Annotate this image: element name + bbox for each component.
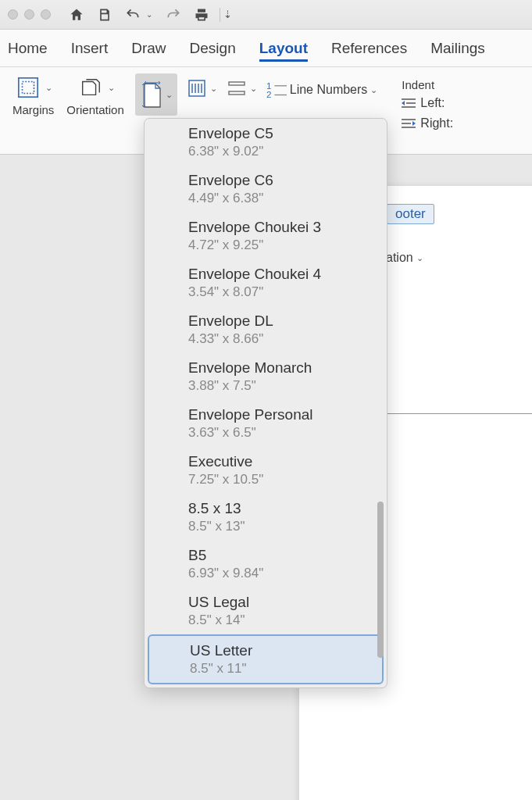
size-option-name: US Legal xyxy=(188,594,379,611)
line-numbers-label: Line Numbers xyxy=(290,83,368,97)
svg-text:2: 2 xyxy=(266,89,272,99)
size-option-dims: 4.72" x 9.25" xyxy=(188,238,379,253)
size-option-dims: 7.25" x 10.5" xyxy=(188,472,379,488)
size-option[interactable]: Envelope DL4.33" x 8.66" xyxy=(145,306,387,353)
tab-mailings[interactable]: Mailings xyxy=(430,32,485,65)
size-option[interactable]: Executive7.25" x 10.5" xyxy=(145,447,387,494)
size-option-dims: 4.33" x 8.66" xyxy=(188,331,379,347)
indent-title: Indent xyxy=(402,78,453,91)
size-option-dims: 8.5" x 14" xyxy=(188,612,379,628)
margins-icon xyxy=(14,73,42,102)
indent-left-icon xyxy=(402,98,416,109)
size-option[interactable]: Envelope Monarch3.88" x 7.5" xyxy=(145,353,387,400)
size-option[interactable]: Envelope Choukei 43.54" x 8.07" xyxy=(145,259,387,306)
chevron-down-icon: ⌄ xyxy=(250,84,257,94)
chevron-down-icon: ⌄ xyxy=(45,83,52,93)
chevron-down-icon: ⌄ xyxy=(108,83,115,93)
size-option-name: Envelope Monarch xyxy=(188,359,379,377)
columns-icon xyxy=(187,78,207,98)
print-icon[interactable] xyxy=(193,6,210,23)
size-option-name: Envelope C6 xyxy=(188,172,379,189)
size-option-dims: 8.5" x 11" xyxy=(190,661,374,677)
size-option-dims: 3.88" x 7.5" xyxy=(188,378,379,394)
tab-insert[interactable]: Insert xyxy=(71,32,109,65)
footer-badge-partial[interactable]: ooter xyxy=(387,204,434,224)
ribbon-tabs: Home Insert Draw Design Layout Reference… xyxy=(0,30,532,67)
undo-dropdown-icon[interactable]: ⌄ xyxy=(146,10,154,19)
tab-design[interactable]: Design xyxy=(190,32,236,65)
size-option[interactable]: Envelope C56.38" x 9.02" xyxy=(145,119,387,166)
size-option-dims: 8.5" x 13" xyxy=(188,519,379,534)
size-option-name: Envelope DL xyxy=(188,312,379,330)
size-button[interactable]: ⌄ xyxy=(130,73,182,116)
size-dropdown: Envelope C56.38" x 9.02"Envelope C64.49"… xyxy=(144,118,387,688)
size-option-name: Envelope C5 xyxy=(188,125,379,142)
indent-right-label: Right: xyxy=(420,116,453,130)
indent-right-icon xyxy=(402,118,416,129)
line-numbers-icon: 12 xyxy=(266,80,287,100)
size-option[interactable]: US Legal8.5" x 14" xyxy=(145,588,387,634)
chevron-down-icon: ⌄ xyxy=(210,84,217,94)
size-option-name: US Letter xyxy=(190,642,374,659)
hyphenation-button-partial[interactable]: ation ⌄ xyxy=(386,251,423,265)
quick-access-customize-icon[interactable]: ⇣ xyxy=(223,9,231,20)
tab-home[interactable]: Home xyxy=(8,32,48,65)
chevron-down-icon: ⌄ xyxy=(416,253,423,263)
save-icon[interactable] xyxy=(96,6,113,23)
svg-rect-1 xyxy=(23,82,34,94)
svg-rect-8 xyxy=(229,91,245,95)
columns-button[interactable]: ⌄ xyxy=(182,75,222,102)
margins-label: Margins xyxy=(12,103,54,116)
size-option[interactable]: 8.5 x 138.5" x 13" xyxy=(145,494,387,541)
size-option-name: Envelope Choukei 3 xyxy=(188,219,379,236)
margins-button[interactable]: ⌄ Margins xyxy=(6,73,60,116)
size-option-name: Executive xyxy=(188,453,379,470)
indent-left-row[interactable]: Left: xyxy=(402,96,453,110)
size-option-dims: 3.54" x 8.07" xyxy=(188,284,379,300)
indent-right-row[interactable]: Right: xyxy=(402,116,453,130)
minimize-window-button[interactable] xyxy=(24,9,34,20)
size-option-name: B5 xyxy=(188,547,379,564)
orientation-label: Orientation xyxy=(66,103,123,116)
home-icon[interactable] xyxy=(68,6,85,23)
size-option-name: 8.5 x 13 xyxy=(188,500,379,517)
orientation-button[interactable]: ⌄ Orientation xyxy=(60,73,130,116)
size-option-name: Envelope Personal xyxy=(188,406,379,423)
size-option-dims: 6.38" x 9.02" xyxy=(188,144,379,159)
redo-icon[interactable] xyxy=(165,6,182,23)
size-option-dims: 6.93" x 9.84" xyxy=(188,566,379,581)
size-option-name: Envelope Choukei 4 xyxy=(188,266,379,283)
chevron-down-icon: ⌄ xyxy=(166,90,173,100)
size-option[interactable]: B56.93" x 9.84" xyxy=(145,541,387,588)
size-option[interactable]: Envelope Choukei 34.72" x 9.25" xyxy=(145,212,387,259)
chevron-down-icon: ⌄ xyxy=(370,85,377,95)
svg-rect-2 xyxy=(189,80,205,96)
svg-rect-7 xyxy=(229,82,245,85)
orientation-icon xyxy=(77,73,105,102)
line-numbers-button[interactable]: 12 Line Numbers ⌄ xyxy=(262,77,383,103)
size-option[interactable]: Envelope Personal3.63" x 6.5" xyxy=(145,400,387,447)
titlebar: ⌄ ⇣ xyxy=(0,0,532,30)
undo-icon[interactable] xyxy=(124,6,141,23)
zoom-window-button[interactable] xyxy=(41,9,51,20)
indent-left-label: Left: xyxy=(420,96,445,110)
size-option[interactable]: Envelope C64.49" x 6.38" xyxy=(145,166,387,212)
size-option[interactable]: US Letter8.5" x 11" xyxy=(148,634,384,684)
size-option-dims: 3.63" x 6.5" xyxy=(188,425,379,441)
close-window-button[interactable] xyxy=(8,9,18,20)
breaks-icon xyxy=(227,78,247,98)
breaks-button[interactable]: ⌄ xyxy=(222,75,262,102)
svg-rect-0 xyxy=(19,78,37,97)
scrollbar-thumb[interactable] xyxy=(377,502,384,658)
window-controls xyxy=(8,9,51,20)
tab-draw[interactable]: Draw xyxy=(131,32,166,65)
size-option-dims: 4.49" x 6.38" xyxy=(188,191,379,206)
tab-references[interactable]: References xyxy=(331,32,407,65)
tab-layout[interactable]: Layout xyxy=(259,32,308,65)
size-icon xyxy=(140,80,163,109)
